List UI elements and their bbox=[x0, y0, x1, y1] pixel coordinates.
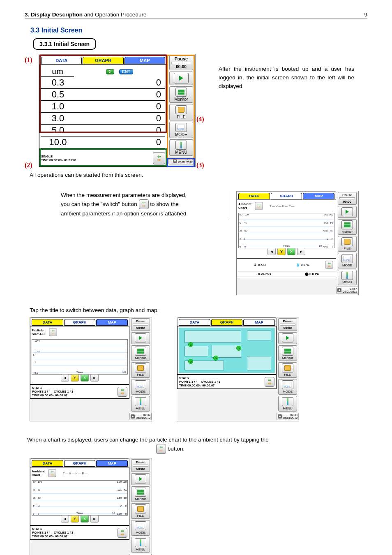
particle-value: 0 bbox=[75, 89, 165, 101]
swap-button[interactable]: ⇦⇨ bbox=[153, 152, 165, 164]
nav-left[interactable]: ◄ bbox=[267, 248, 276, 255]
nav-y[interactable]: Y bbox=[71, 515, 79, 523]
mode-button[interactable]: MODE bbox=[278, 379, 297, 395]
play-button[interactable] bbox=[338, 206, 357, 218]
monitor-button[interactable]: Monitor bbox=[278, 345, 297, 361]
subsection-heading: 3.3.1 Initial Screen bbox=[33, 38, 96, 50]
menu-button[interactable]: MENU bbox=[131, 396, 150, 412]
nav-left[interactable]: ◄ bbox=[61, 374, 69, 382]
stats-mode: SINGLE bbox=[41, 155, 76, 158]
particle-size: 1.0 bbox=[41, 101, 75, 113]
header-section-rest: and Operation Procedure bbox=[83, 12, 146, 18]
mode-button[interactable]: MODE bbox=[338, 253, 357, 268]
pause-card[interactable]: Pause 00:00 bbox=[169, 55, 193, 70]
page-header: 3. Display Description and Operation Pro… bbox=[25, 12, 367, 19]
particle-value: 0 bbox=[75, 136, 165, 148]
file-button[interactable]: FILE bbox=[169, 104, 193, 120]
all-ops-text: All operations can be started from this … bbox=[30, 171, 367, 179]
swap-button[interactable]: ⇦⇨ bbox=[49, 328, 57, 336]
monitor-button[interactable]: Monitor bbox=[169, 86, 193, 103]
section-heading: 3.3 Initial Screen bbox=[30, 27, 367, 34]
pause-card[interactable]: Pause00:00 bbox=[131, 459, 150, 472]
swap-button[interactable]: ⇦⇨ bbox=[118, 528, 127, 538]
sigma-pill[interactable]: Σ bbox=[106, 69, 114, 74]
particle-size: 10.0 bbox=[41, 136, 75, 148]
menu-button[interactable]: MENU bbox=[278, 396, 297, 412]
nav-left[interactable]: ◄ bbox=[61, 515, 69, 523]
menu-button[interactable]: MENU bbox=[338, 270, 357, 285]
chart-switch-text: When a chart is displayed, users can cha… bbox=[27, 435, 367, 444]
swap-button[interactable]: ⇦⇨ bbox=[325, 261, 333, 268]
nav-x[interactable]: X bbox=[287, 248, 295, 255]
file-button[interactable]: FILE bbox=[338, 236, 357, 252]
tab-data[interactable]: DATA bbox=[238, 193, 270, 199]
swap-button[interactable]: ⇦⇨ bbox=[255, 202, 263, 210]
file-button[interactable]: FILE bbox=[131, 503, 150, 519]
cnt-pill[interactable]: CNT bbox=[119, 69, 134, 74]
screenshot-ambient-bottom: DATA GRAPH MAP AmbientChart ⇦⇨ T — V — H… bbox=[30, 458, 152, 555]
particle-value: 0 bbox=[75, 101, 165, 113]
menu-button[interactable]: MENU bbox=[169, 139, 193, 156]
nav-y[interactable]: Y bbox=[71, 374, 79, 382]
screenshot-initial: DATA GRAPH MAP um Σ CNT bbox=[39, 54, 196, 167]
pause-card[interactable]: Pause00:00 bbox=[338, 192, 357, 205]
mode-button[interactable]: MODE bbox=[169, 122, 193, 138]
screenshot-map: DATA GRAPH MAP ① ② bbox=[177, 317, 299, 421]
tab-graph[interactable]: GRAPH bbox=[64, 319, 96, 326]
nav-right[interactable]: ► bbox=[90, 374, 99, 382]
tab-map[interactable]: MAP bbox=[243, 319, 275, 326]
swap-button[interactable]: ⇦⇨ bbox=[48, 469, 56, 477]
callout-2: (2) bbox=[25, 162, 39, 169]
tab-data[interactable]: DATA bbox=[32, 460, 63, 467]
nav-right[interactable]: ► bbox=[297, 248, 305, 255]
tab-data[interactable]: DATA bbox=[179, 319, 210, 326]
nav-x[interactable]: X bbox=[81, 374, 89, 382]
file-button[interactable]: FILE bbox=[278, 362, 297, 378]
tab-graph[interactable]: GRAPH bbox=[211, 319, 243, 326]
tab-map[interactable]: MAP bbox=[303, 193, 334, 199]
nav-x[interactable]: X bbox=[81, 515, 89, 523]
monitor-button[interactable]: Monitor bbox=[131, 486, 150, 502]
col-um-header: um bbox=[41, 66, 74, 77]
callout-1: (1) bbox=[25, 56, 39, 64]
ambient-chart-area: 50C25T0 100%50H0 1.00m/s0.50V0.00 100Pa5… bbox=[238, 213, 334, 248]
mode-button[interactable]: MODE bbox=[131, 379, 150, 395]
tab-graph[interactable]: GRAPH bbox=[64, 460, 96, 467]
play-button[interactable] bbox=[131, 332, 150, 344]
switch-paragraph: When the measurement parameters are disp… bbox=[61, 191, 227, 218]
intro-text: After the instrument is booted up and a … bbox=[219, 65, 354, 90]
tab-map[interactable]: MAP bbox=[96, 319, 128, 326]
nav-right[interactable]: ► bbox=[90, 515, 99, 523]
screenshot-ambient-top: DATA GRAPH MAP AmbientChart ⇦⇨ T — V — H… bbox=[236, 191, 359, 295]
tab-map[interactable]: MAP bbox=[125, 57, 165, 64]
pause-card[interactable]: Pause00:00 bbox=[278, 318, 297, 331]
swap-button[interactable]: ⇦⇨ bbox=[265, 377, 274, 387]
tap-title-text: Tap the title to switch between data, gr… bbox=[30, 306, 367, 314]
chart-legend: T — V — H — P — bbox=[270, 205, 294, 208]
tab-graph[interactable]: GRAPH bbox=[83, 57, 123, 64]
map-area[interactable]: ① ② ③ ④ bbox=[179, 328, 275, 373]
monitor-button[interactable]: Monitor bbox=[338, 219, 357, 235]
file-button[interactable]: FILE bbox=[131, 362, 150, 378]
monitor-button[interactable]: Monitor bbox=[131, 345, 150, 361]
pause-card[interactable]: Pause00:00 bbox=[131, 318, 150, 331]
tab-graph[interactable]: GRAPH bbox=[271, 193, 302, 199]
play-button[interactable] bbox=[169, 72, 193, 85]
play-button[interactable] bbox=[278, 332, 297, 344]
tab-data[interactable]: DATA bbox=[32, 319, 63, 326]
usb-icon bbox=[173, 159, 177, 163]
mode-button[interactable]: MODE bbox=[131, 520, 150, 536]
tab-data[interactable]: DATA bbox=[41, 57, 82, 64]
page-number: 9 bbox=[364, 12, 367, 18]
nav-y[interactable]: Y bbox=[277, 248, 286, 255]
particle-chart-area: 10^410^210.1 Σ Times 1.0 ◄ Y X ► bbox=[32, 339, 128, 375]
screenshot-particle-graph: DATA GRAPH MAP ParticleSize:ALL ⇦⇨ 10^41… bbox=[30, 317, 152, 421]
tab-map[interactable]: MAP bbox=[96, 460, 128, 467]
particle-table: 0.300.501.003.005.0010.00 bbox=[41, 77, 165, 148]
menu-button[interactable]: MENU bbox=[131, 537, 150, 553]
particle-size: 3.0 bbox=[41, 113, 75, 125]
header-section-bold: 3. Display Description bbox=[25, 12, 83, 18]
swap-icon-inline: ⇦⇨ bbox=[139, 199, 149, 209]
play-button[interactable] bbox=[131, 473, 150, 485]
swap-button[interactable]: ⇦⇨ bbox=[118, 387, 127, 397]
